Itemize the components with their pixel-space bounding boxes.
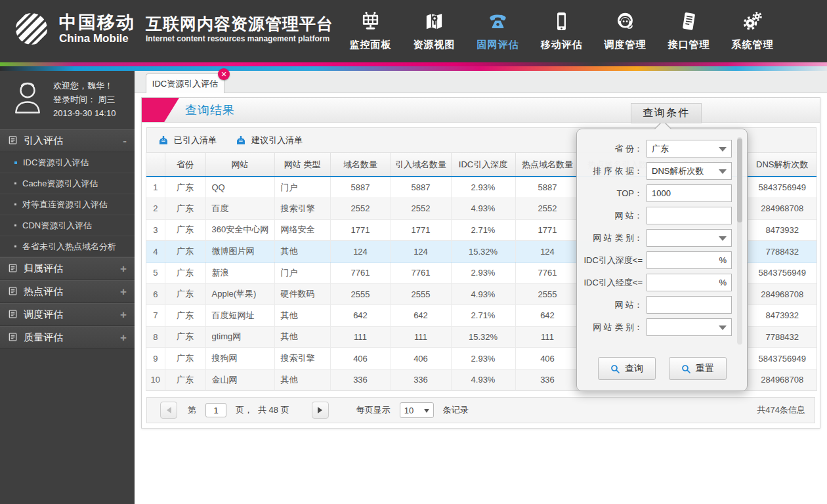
query-field-row: 网 站： — [577, 207, 734, 224]
column-header[interactable]: 网站 类型 — [274, 153, 330, 177]
table-cell: 5843756949 — [748, 262, 816, 284]
table-cell: 其他 — [274, 369, 330, 390]
sidebar-item-对等直连资源引入评估[interactable]: 对等直连资源引入评估 — [0, 194, 135, 215]
query-input-IDC引入深度<=[interactable]: % — [647, 251, 732, 269]
query-select-网 站 类 别：[interactable] — [647, 318, 732, 336]
column-header[interactable]: 网站 — [205, 153, 274, 177]
top-header: 中国移动 China Mobile 互联网内容资源管理平台 Internet c… — [0, 0, 827, 62]
prev-page-button[interactable] — [160, 402, 177, 419]
query-input-IDC引入经度<=[interactable]: % — [647, 274, 732, 291]
column-header[interactable]: 省份 — [165, 153, 205, 177]
query-conditions-button[interactable]: 查询条件 — [631, 103, 702, 123]
nav-item-interface-doc[interactable]: 接口管理 — [657, 0, 721, 62]
table-cell: 广东 — [165, 219, 205, 241]
next-page-button[interactable] — [312, 402, 329, 419]
nav-item-label: 固网评估 — [477, 39, 519, 51]
sidebar-section-label: 质量评估 — [24, 331, 63, 344]
tab-close-icon[interactable]: ✕ — [218, 68, 230, 80]
search-button-label: 查询 — [625, 363, 643, 375]
download-tray-icon — [235, 135, 247, 146]
reset-button[interactable]: 重置 — [669, 357, 727, 380]
sidebar-section-归属评估[interactable]: 归属评估+ — [0, 257, 135, 280]
sidebar-section-调度评估[interactable]: 调度评估+ — [0, 303, 135, 326]
query-input-网 站：[interactable] — [647, 207, 732, 224]
column-header[interactable]: 域名数量 — [330, 153, 391, 177]
table-cell: Apple(苹果) — [205, 284, 274, 305]
table-cell: 门户 — [274, 262, 330, 284]
query-field-label: 网 站 类 别： — [577, 322, 643, 333]
page-number-input[interactable] — [205, 403, 226, 417]
column-header[interactable] — [146, 153, 165, 177]
table-cell: 642 — [515, 305, 580, 327]
table-cell: 124 — [330, 241, 391, 262]
sidebar-section-热点评估[interactable]: 热点评估+ — [0, 280, 135, 303]
chevron-down-icon — [424, 409, 429, 415]
table-cell: 284968708 — [748, 284, 816, 305]
tab-idc-assessment[interactable]: IDC资源引入评估 ✕ — [146, 74, 224, 93]
table-cell: 搜狗网 — [205, 348, 274, 369]
nav-item-fixed-phone[interactable]: 固网评估 — [466, 0, 530, 62]
expand-icon[interactable]: + — [120, 285, 127, 299]
nav-item-label: 资源视图 — [414, 39, 456, 51]
nav-item-monitor-panel[interactable]: 监控面板 — [339, 0, 402, 62]
query-select-网 站 类 别：[interactable] — [647, 229, 732, 247]
table-cell: 2552 — [391, 198, 451, 220]
sidebar-item-Cache资源引入评估[interactable]: Cache资源引入评估 — [0, 173, 135, 194]
column-header[interactable]: IDC引入深度 — [451, 153, 515, 177]
per-page-select[interactable]: 10 — [400, 402, 434, 418]
tab-strip: IDC资源引入评估 ✕ — [135, 71, 827, 93]
suggested-list-button[interactable]: 建议引入清单 — [235, 135, 303, 146]
percent-suffix: % — [719, 278, 727, 287]
sidebar-item-各省未引入热点域名分析[interactable]: 各省未引入热点域名分析 — [0, 236, 135, 257]
table-cell: 406 — [515, 348, 580, 369]
table-cell: 284968708 — [748, 369, 816, 390]
resource-map-icon — [424, 11, 444, 34]
query-input-TOP：[interactable]: 1000 — [647, 184, 732, 202]
table-cell: 1771 — [391, 219, 451, 241]
nav-item-resource-map[interactable]: 资源视图 — [402, 0, 466, 62]
query-select-排 序 依 据：[interactable]: DNS解析次数 — [647, 162, 732, 180]
table-cell: 5843756949 — [748, 348, 816, 369]
total-pages-label: 共 48 页 — [258, 404, 289, 416]
table-cell: QQ — [205, 177, 274, 198]
search-icon — [610, 364, 620, 374]
nav-item-system-gears[interactable]: 系统管理 — [721, 0, 784, 62]
sidebar-item-IDC资源引入评估[interactable]: IDC资源引入评估 — [0, 152, 135, 173]
table-cell: 4.93% — [451, 284, 515, 305]
search-icon — [681, 364, 691, 374]
imported-list-label: 已引入清单 — [174, 135, 217, 146]
chevron-down-icon — [719, 169, 727, 178]
query-select-省 份：[interactable]: 广东 — [647, 140, 732, 158]
table-cell: 7788432 — [748, 326, 816, 348]
table-cell: 搜索引擎 — [274, 348, 330, 369]
page-suffix-label: 页， — [236, 404, 253, 416]
nav-item-dispatch-headset[interactable]: 调度管理 — [593, 0, 657, 62]
column-header[interactable]: 热点域名数量 — [515, 153, 580, 177]
expand-icon[interactable]: + — [120, 262, 127, 276]
sidebar-section-质量评估[interactable]: 质量评估+ — [0, 326, 135, 349]
popup-scrollbar[interactable] — [737, 137, 742, 345]
table-cell: 广东 — [165, 177, 205, 198]
chevron-down-icon — [719, 326, 727, 334]
nav-item-mobile-phone[interactable]: 移动评估 — [530, 0, 593, 62]
sidebar-section-引入评估[interactable]: 引入评估- — [0, 129, 135, 152]
scrollbar-thumb[interactable] — [737, 138, 742, 222]
table-cell: 5 — [146, 262, 165, 284]
imported-list-button[interactable]: 已引入清单 — [158, 135, 217, 146]
query-field-row: 网 站： — [577, 296, 734, 314]
table-cell: 其他 — [274, 241, 330, 262]
column-header[interactable]: DNS解析次数 — [748, 153, 816, 177]
system-gears-icon — [742, 11, 763, 34]
nav-item-label: 系统管理 — [732, 39, 774, 51]
table-cell: 广东 — [165, 284, 205, 305]
expand-icon[interactable]: + — [120, 308, 127, 322]
sidebar-item-CDN资源引入评估[interactable]: CDN资源引入评估 — [0, 215, 135, 236]
query-field-row: IDC引入深度<=% — [577, 251, 734, 269]
sidebar-item-label: 对等直连资源引入评估 — [22, 199, 108, 211]
table-cell: 广东 — [165, 198, 205, 220]
column-header[interactable]: 引入域名数量 — [391, 153, 451, 177]
collapse-icon[interactable]: - — [123, 135, 127, 148]
expand-icon[interactable]: + — [120, 331, 127, 345]
query-input-网 站：[interactable] — [647, 296, 732, 314]
search-button[interactable]: 查询 — [598, 357, 656, 380]
